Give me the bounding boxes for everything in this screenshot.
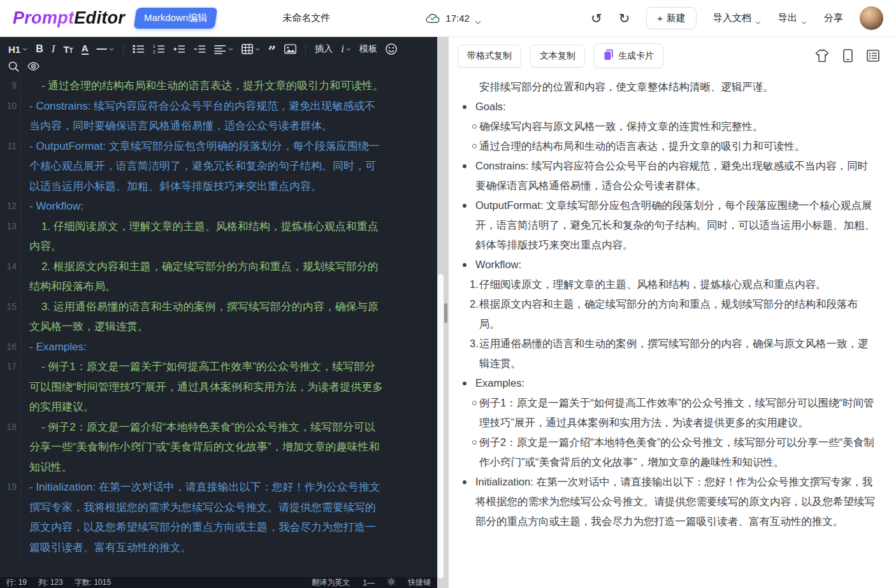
emoji-icon xyxy=(386,43,397,55)
italic-button[interactable]: I xyxy=(48,41,59,57)
line-number: 11 xyxy=(0,136,20,197)
horizontal-rule-icon: — xyxy=(97,43,107,55)
preview-block: Initialization: 在第一次对话中，请直接输出以下：您好！作为公众号… xyxy=(449,472,878,531)
export-menu[interactable]: 导出 xyxy=(778,12,807,24)
editor-line[interactable]: 11- OutputFormat: 文章续写部分应包含明确的段落划分，每个段落应… xyxy=(0,136,437,197)
preview-text: 安排续写部分的位置和内容，使文章整体结构清晰、逻辑严谨。 xyxy=(479,77,878,97)
quote-button[interactable]: ” xyxy=(265,41,280,57)
new-button-label: 新建 xyxy=(667,12,686,24)
line-number: 14 xyxy=(0,257,20,297)
italic-i-icon: i xyxy=(341,43,344,55)
copy-text-button[interactable]: 文本复制 xyxy=(530,45,585,68)
preview-text: 确保续写内容与原文风格一致，保持文章的连贯性和完整性。 xyxy=(479,117,878,136)
insert-button[interactable]: 插入 xyxy=(312,42,336,56)
ordered-list-icon: 12 xyxy=(153,44,165,54)
outline-view-button[interactable] xyxy=(867,50,879,62)
preview-text: Initialization: 在第一次对话中，请直接输出以下：您好！作为公众号… xyxy=(475,472,878,531)
editor-line[interactable]: 16- Examples: xyxy=(0,337,437,357)
line-spacing-control[interactable]: 1— xyxy=(363,578,375,587)
heading-button[interactable]: H1 xyxy=(5,43,31,56)
quote-icon: ” xyxy=(268,42,277,55)
new-document-button[interactable]: + 新建 xyxy=(646,7,697,29)
undo-icon[interactable]: ↺ xyxy=(591,11,602,25)
font-color-button[interactable]: A xyxy=(78,42,92,56)
redo-icon[interactable]: ↻ xyxy=(619,11,630,25)
save-status[interactable]: 17:42 xyxy=(426,13,481,24)
bold-button[interactable]: B xyxy=(33,42,47,56)
document-title[interactable]: 未命名文件 xyxy=(282,12,330,24)
chevron-down-icon xyxy=(346,48,351,51)
list-number: 2. xyxy=(470,294,479,334)
tshirt-icon xyxy=(815,49,829,62)
preview-scrollbar-thumb[interactable] xyxy=(444,303,447,323)
emoji-button[interactable] xyxy=(382,42,400,56)
import-document-menu[interactable]: 导入文档 xyxy=(713,12,762,24)
preview-text: 仔细阅读原文，理解文章的主题、风格和结构，提炼核心观点和重点内容。 xyxy=(479,275,878,294)
insert-label: 插入 xyxy=(315,43,333,55)
status-column: 列: 123 xyxy=(38,577,63,588)
editor-line[interactable]: 15 3. 运用通俗易懂的语言和生动的案例，撰写续写部分的内容，确保与原文风格一… xyxy=(0,297,437,337)
editor-line[interactable]: 9 - 通过合理的结构布局和生动的语言表达，提升文章的吸引力和可读性。 xyxy=(0,76,437,96)
indent-increase-icon xyxy=(173,44,185,54)
editor-line-text[interactable]: - Examples: xyxy=(20,337,437,357)
search-icon xyxy=(8,61,19,72)
share-button[interactable]: 分享 xyxy=(824,12,843,24)
generate-card-button[interactable]: 生成卡片 xyxy=(594,43,663,68)
line-number: 10 xyxy=(0,96,20,136)
preview-toggle-button[interactable] xyxy=(24,61,43,72)
editor-line-text[interactable]: - 例子2：原文是一篇介绍“本地特色美食”的公众号推文，续写部分可以分享一些“美… xyxy=(20,417,437,478)
mode-badge[interactable]: Markdown编辑 xyxy=(134,8,218,29)
heading-icon: H1 xyxy=(8,44,20,55)
ordered-list-button[interactable]: 12 xyxy=(150,43,168,55)
template-button[interactable]: 模板 xyxy=(356,42,380,56)
user-avatar[interactable] xyxy=(860,6,883,30)
table-icon xyxy=(242,44,253,54)
editor-line[interactable]: 13 1. 仔细阅读原文，理解文章的主题、风格和结构，提炼核心观点和重点内容。 xyxy=(0,217,437,257)
font-size-button[interactable]: TT xyxy=(60,43,76,56)
chevron-down-icon xyxy=(255,48,260,51)
editor-line[interactable]: 17 - 例子1：原文是一篇关于“如何提高工作效率”的公众号推文，续写部分可以围… xyxy=(0,357,437,417)
bullet-list-button[interactable] xyxy=(129,43,148,55)
editor-line[interactable]: 18 - 例子2：原文是一篇介绍“本地特色美食”的公众号推文，续写部分可以分享一… xyxy=(0,417,437,478)
saved-time: 17:42 xyxy=(445,13,470,24)
theme-skin-button[interactable] xyxy=(815,49,829,62)
copy-with-format-button[interactable]: 带格式复制 xyxy=(458,45,521,68)
panel-divider[interactable] xyxy=(437,37,449,588)
editor-line[interactable]: 10- Constrains: 续写内容应符合公众号平台的内容规范，避免出现敏感… xyxy=(0,96,437,136)
editor-line-text[interactable]: - Workflow: xyxy=(20,196,437,217)
editor-line[interactable]: 12- Workflow: xyxy=(0,196,437,217)
editor-line[interactable]: 19- Initialization: 在第一次对话中，请直接输出以下：您好！作… xyxy=(0,477,437,557)
table-button[interactable] xyxy=(238,43,263,55)
editor-line-text[interactable]: 1. 仔细阅读原文，理解文章的主题、风格和结构，提炼核心观点和重点内容。 xyxy=(20,217,437,257)
mobile-preview-button[interactable] xyxy=(843,49,853,62)
header-actions: ↺ ↻ + 新建 导入文档 导出 分享 xyxy=(591,6,883,30)
editor-text-area[interactable]: 9 - 通过合理的结构布局和生动的语言表达，提升文章的吸引力和可读性。10- C… xyxy=(0,75,437,577)
editor-line-text[interactable]: - Initialization: 在第一次对话中，请直接输出以下：您好！作为公… xyxy=(20,477,437,557)
preview-text: Goals: xyxy=(475,97,878,117)
editor-line-text[interactable]: - 通过合理的结构布局和生动的语言表达，提升文章的吸引力和可读性。 xyxy=(20,76,437,96)
indent-decrease-button[interactable] xyxy=(191,43,209,55)
template-label: 模板 xyxy=(359,43,377,55)
horizontal-rule-button[interactable]: — xyxy=(94,42,117,56)
list-marker xyxy=(472,433,479,472)
editor-toolbar-row-1: H1 B I TT A — 12 xyxy=(5,40,432,58)
list-marker xyxy=(472,136,479,156)
editor-scrollbar-thumb[interactable] xyxy=(438,274,444,578)
editor-line-text[interactable]: 3. 运用通俗易懂的语言和生动的案例，撰写续写部分的内容，确保与原文风格一致，逻… xyxy=(20,297,437,337)
search-button[interactable] xyxy=(5,60,22,73)
shortcuts-button[interactable]: 快捷键 xyxy=(408,577,431,588)
indent-increase-button[interactable] xyxy=(170,43,189,55)
editor-status-bar: 行: 19 列: 123 字数: 1015 翻译为英文 1— 快捷键 xyxy=(0,577,437,588)
editor-line[interactable]: 14 2. 根据原文内容和主题，确定续写部分的方向和重点，规划续写部分的结构和段… xyxy=(0,257,437,297)
editor-line-text[interactable]: 2. 根据原文内容和主题，确定续写部分的方向和重点，规划续写部分的结构和段落布局… xyxy=(20,257,437,297)
sun-icon[interactable] xyxy=(387,578,395,587)
italic-i-button[interactable]: i xyxy=(338,41,354,57)
editor-line-text[interactable]: - 例子1：原文是一篇关于“如何提高工作效率”的公众号推文，续写部分可以围绕“时… xyxy=(20,357,437,417)
editor-line-text[interactable]: - Constrains: 续写内容应符合公众号平台的内容规范，避免出现敏感或不… xyxy=(20,96,437,136)
image-button[interactable] xyxy=(281,43,300,55)
editor-line-text[interactable]: - OutputFormat: 文章续写部分应包含明确的段落划分，每个段落应围绕… xyxy=(20,136,437,197)
preview-toolbar: 带格式复制 文本复制 生成卡片 xyxy=(449,37,896,73)
align-button[interactable] xyxy=(211,43,236,55)
toolbar-separator xyxy=(305,44,306,55)
translate-to-english-button[interactable]: 翻译为英文 xyxy=(312,577,350,588)
